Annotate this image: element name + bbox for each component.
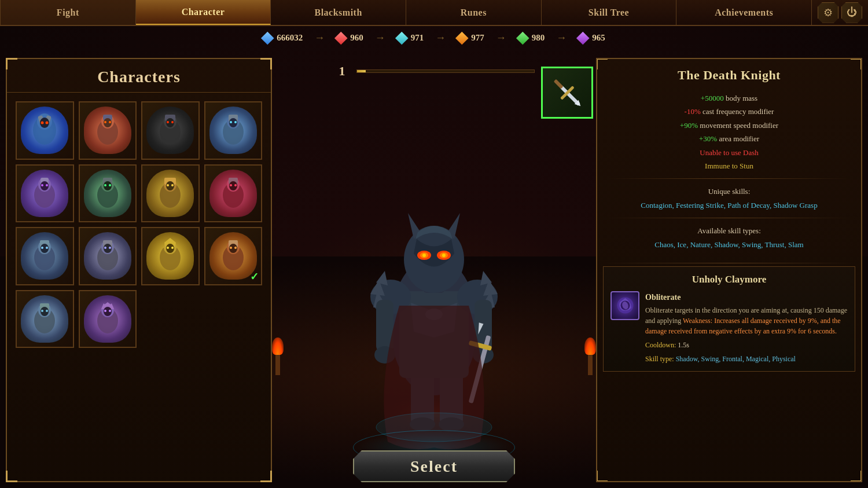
svg-point-42 bbox=[171, 184, 174, 186]
cast-freq-value: -10% bbox=[685, 107, 701, 116]
svg-point-64 bbox=[167, 247, 169, 249]
char-card-9[interactable] bbox=[16, 227, 74, 285]
svg-point-35 bbox=[104, 184, 106, 186]
right-corner-tl bbox=[596, 58, 608, 69]
svg-point-24 bbox=[234, 121, 237, 123]
red-value: 960 bbox=[350, 33, 363, 43]
stat-cast-freq: -10% cast frequency modifier bbox=[609, 105, 849, 118]
currency-arrow-4: → bbox=[496, 32, 506, 44]
char-card-8[interactable] bbox=[204, 164, 263, 223]
area-value: +30% bbox=[699, 134, 717, 143]
currency-arrow-3: → bbox=[435, 32, 446, 44]
svg-point-36 bbox=[109, 184, 111, 186]
select-button[interactable]: Select bbox=[353, 450, 515, 482]
cooldown-value: 1.5s bbox=[678, 341, 689, 349]
divider-3 bbox=[603, 263, 855, 263]
tab-runes[interactable]: Runes bbox=[406, 0, 542, 25]
svg-point-118 bbox=[422, 254, 426, 257]
character-name: The Death Knight bbox=[609, 68, 849, 83]
gem-red-icon bbox=[334, 31, 348, 45]
svg-point-17 bbox=[167, 121, 169, 123]
green-value: 980 bbox=[532, 33, 545, 43]
tab-skill-tree[interactable]: Skill Tree bbox=[542, 0, 677, 25]
currency-cyan: 971 bbox=[397, 33, 424, 43]
svg-rect-86 bbox=[554, 79, 564, 89]
weapon-card: Unholy Claymore Obliterate Obliterate ta… bbox=[603, 266, 855, 372]
skill-types-list: Chaos, Ice, Nature, Shadow, Swing, Thrus… bbox=[609, 238, 849, 251]
char-avatar-9 bbox=[21, 232, 68, 280]
char-card-2[interactable] bbox=[79, 101, 137, 160]
level-track bbox=[356, 69, 535, 73]
cyan-value: 971 bbox=[411, 33, 424, 43]
character-info: The Death Knight +50000 body mass -10% c… bbox=[597, 59, 861, 260]
char-card-7[interactable] bbox=[141, 164, 200, 223]
unique-skills-values: Contagion, Festering Strike, Path of Dec… bbox=[641, 201, 817, 210]
settings-button[interactable]: ⚙ bbox=[818, 2, 838, 23]
cast-freq-label: cast frequency modifier bbox=[703, 107, 774, 116]
unique-skills-header: Unique skills: bbox=[708, 187, 751, 196]
right-corner-br bbox=[851, 471, 862, 482]
tab-fight[interactable]: Fight bbox=[0, 0, 136, 25]
weapon-name: Unholy Claymore bbox=[610, 274, 848, 285]
tab-achievements[interactable]: Achievements bbox=[676, 0, 812, 25]
char-avatar-8 bbox=[209, 170, 257, 217]
tab-character[interactable]: Character bbox=[136, 0, 271, 25]
char-card-3[interactable] bbox=[141, 101, 200, 160]
svg-point-48 bbox=[234, 184, 237, 186]
currency-red: 960 bbox=[336, 33, 363, 43]
char-card-12[interactable] bbox=[204, 227, 263, 285]
right-corner-bl bbox=[596, 471, 608, 482]
svg-point-70 bbox=[230, 247, 232, 249]
svg-point-77 bbox=[46, 310, 48, 312]
stat-move-speed: +90% movement speed modifier bbox=[609, 119, 849, 132]
char-card-6[interactable] bbox=[79, 164, 137, 223]
skill-type-label: Skill type: bbox=[645, 355, 674, 363]
tab-blacksmith[interactable]: Blacksmith bbox=[271, 0, 406, 25]
characters-panel-title: Characters bbox=[7, 59, 271, 93]
skill-type-values: Shadow, Swing, Frontal, Magical, Physica… bbox=[676, 355, 796, 363]
level-bar: 1 bbox=[333, 58, 535, 85]
characters-panel: Characters bbox=[6, 58, 272, 482]
svg-point-81 bbox=[104, 310, 106, 312]
divider-2 bbox=[609, 218, 849, 218]
char-card-10[interactable] bbox=[79, 227, 137, 285]
char-card-11[interactable] bbox=[141, 227, 200, 285]
corner-br bbox=[260, 471, 272, 482]
exit-button[interactable]: ⏻ bbox=[841, 2, 862, 23]
char-avatar-3 bbox=[146, 107, 194, 154]
purple-value: 965 bbox=[592, 33, 605, 43]
char-avatar-14 bbox=[84, 295, 131, 343]
char-avatar-1 bbox=[21, 107, 68, 154]
character-display bbox=[266, 85, 602, 488]
char-card-14[interactable] bbox=[79, 290, 137, 348]
corner-tl bbox=[6, 58, 17, 69]
gem-purple-icon bbox=[576, 31, 590, 45]
move-speed-value: +90% bbox=[680, 121, 698, 130]
char-card-1[interactable] bbox=[16, 101, 74, 160]
currency-purple: 965 bbox=[578, 33, 605, 43]
level-number: 1 bbox=[333, 64, 351, 79]
char-avatar-13 bbox=[21, 295, 68, 343]
ability-name: Obliterate bbox=[645, 291, 848, 303]
char-avatar-11 bbox=[146, 232, 194, 280]
skill-types-values: Chaos, Ice, Nature, Shadow, Swing, Thrus… bbox=[654, 240, 803, 249]
svg-point-41 bbox=[167, 184, 169, 186]
unique-skills-section: Unique skills: bbox=[609, 185, 849, 198]
nav-right-buttons: ⚙ ⏻ bbox=[812, 0, 868, 25]
cooldown-line: Cooldown: 1.5s bbox=[645, 340, 848, 350]
char-card-5[interactable] bbox=[16, 164, 74, 223]
weapon-slot[interactable] bbox=[541, 67, 593, 119]
corner-bl bbox=[6, 471, 17, 482]
corner-tr bbox=[260, 58, 272, 69]
char-avatar-12 bbox=[209, 232, 257, 280]
char-card-13[interactable] bbox=[16, 290, 74, 348]
character-info-panel: The Death Knight +50000 body mass -10% c… bbox=[596, 58, 862, 482]
char-card-4[interactable] bbox=[204, 101, 263, 160]
death-knight-figure bbox=[330, 164, 538, 453]
char-avatar-7 bbox=[146, 170, 194, 217]
char-avatar-10 bbox=[84, 232, 131, 280]
svg-point-11 bbox=[104, 121, 106, 123]
gem-blue-icon bbox=[261, 31, 274, 45]
skill-types-section: Available skill types: bbox=[609, 224, 849, 237]
cooldown-label: Cooldown: bbox=[645, 341, 676, 349]
